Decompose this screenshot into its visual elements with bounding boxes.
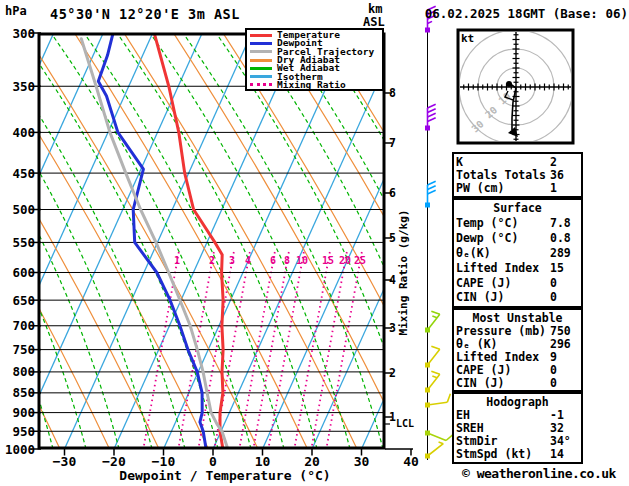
wind-barb-feather — [428, 104, 436, 108]
mixing-ratio-label: 3 — [229, 255, 235, 266]
legend-swatch-temperature — [250, 34, 272, 37]
panel-row-label: Lifted Index — [456, 351, 550, 363]
mixing-ratio-label: 6 — [270, 255, 276, 266]
wind-barb — [425, 394, 450, 408]
pressure-tick-label: 1000 — [5, 442, 35, 457]
wind-barb-feather — [428, 118, 436, 122]
legend-item-label: Mixing Ratio — [277, 81, 346, 89]
mixing-ratio-label: 1 — [174, 255, 180, 266]
km-tick-label: 3 — [389, 321, 396, 335]
panel-row: K2 — [456, 156, 579, 168]
panel-row: PW (cm)1 — [456, 182, 579, 194]
panel-row-label: StmDir — [456, 435, 550, 447]
panel-row: θₑ (K)296 — [456, 338, 579, 350]
km-tick-label: 2 — [389, 366, 396, 380]
pressure-tick-label: 750 — [12, 342, 35, 357]
isotherm-line — [15, 33, 202, 449]
panel-row-value: 750 — [550, 325, 571, 337]
wind-barb-feather — [447, 394, 450, 402]
km-tick-label: 4 — [389, 273, 396, 287]
x-tick-label: −10 — [152, 454, 176, 469]
wet-adiabat-line — [117, 33, 317, 449]
x-tick-label: 0 — [209, 454, 217, 469]
mixing-ratio-label: 2 — [209, 255, 215, 266]
legend: TemperatureDewpointParcel TrajectoryDry … — [245, 28, 384, 91]
pressure-tick-label: 550 — [12, 235, 35, 250]
pressure-tick-label: 300 — [12, 26, 35, 41]
panel-row: CAPE (J)0 — [456, 277, 579, 289]
pressure-tick-label: 400 — [12, 125, 35, 140]
wind-barb — [425, 431, 453, 441]
panel-row-value: 0 — [550, 377, 557, 389]
panel-row-value: 15 — [550, 262, 564, 274]
wind-barb-feather — [431, 311, 439, 314]
panel-row: Lifted Index15 — [456, 262, 579, 274]
wind-barb — [425, 181, 436, 207]
panel-row: CIN (J)0 — [456, 291, 579, 303]
pressure-tick-label: 900 — [12, 405, 35, 420]
pressure-tick-label: 500 — [12, 202, 35, 217]
isotherm-line — [263, 33, 450, 449]
panel-row: θₑ(K)289 — [456, 247, 579, 259]
x-tick-label: 10 — [255, 454, 271, 469]
wind-barb — [425, 104, 436, 130]
panel-row: Pressure (mb)750 — [456, 325, 579, 337]
wind-barb-feather — [428, 190, 436, 194]
wind-barb-feather — [428, 113, 436, 117]
panel-row-value: 1 — [550, 182, 557, 194]
panel-row-value: 0.8 — [550, 232, 571, 244]
mixing-ratio-label: 10 — [296, 255, 308, 266]
wind-barb-half-feather — [432, 316, 437, 318]
pressure-tick-label: 350 — [12, 79, 35, 94]
wind-barb-feather — [428, 186, 436, 190]
panel-row-label: Pressure (mb) — [456, 325, 550, 337]
lcl-marker-label: LCL — [396, 418, 414, 429]
pressure-axis-unit: hPa — [5, 4, 27, 18]
x-tick-label: −30 — [53, 454, 77, 469]
panel-row-label: StmSpd (kt) — [456, 448, 550, 460]
panel-row: CIN (J)0 — [456, 377, 579, 389]
credit-watermark: © weatheronline.co.uk — [450, 466, 628, 481]
panel-row-value: 0 — [550, 364, 557, 376]
legend-swatch-dry-adiabat — [250, 59, 272, 62]
plot-border — [39, 34, 384, 448]
panel-row-label: θₑ(K) — [456, 247, 550, 259]
wet-adiabat-line — [216, 33, 416, 449]
mixing-ratio-label: 20 — [339, 255, 351, 266]
km-tick-label: 7 — [389, 136, 396, 150]
panel-row: StmSpd (kt)14 — [456, 448, 579, 460]
panel-row: EH-1 — [456, 409, 579, 421]
panel-row: CAPE (J)0 — [456, 364, 579, 376]
mixing-ratio-label: 15 — [322, 255, 334, 266]
panel-row-label: EH — [456, 409, 550, 421]
panel-row: Dewp (°C)0.8 — [456, 232, 579, 244]
x-tick-label: 20 — [304, 454, 320, 469]
isotherm-line — [0, 33, 4, 449]
hodograph-unit-label: kt — [461, 32, 474, 45]
legend-item: Mixing Ratio — [250, 81, 382, 89]
x-axis-title: Dewpoint / Temperature (°C) — [60, 468, 390, 483]
valid-datetime: 06.02.2025 18GMT (Base: 06) — [402, 6, 628, 21]
altitude-axis-unit-asl: ASL — [363, 15, 385, 29]
panel-row-value: 289 — [550, 247, 571, 259]
panel-row-value: -1 — [550, 409, 564, 421]
wind-barb-staff — [428, 433, 447, 440]
panel-row-value: 36 — [550, 169, 564, 181]
panel-row-value: 2 — [550, 156, 557, 168]
legend-swatch-isotherm — [250, 75, 272, 78]
wind-barb-feather — [431, 371, 439, 374]
legend-swatch-wet-adiabat — [250, 67, 272, 70]
isotherm-line — [164, 33, 351, 449]
panel-row-value: 14 — [550, 448, 564, 460]
km-tick-label: 6 — [389, 186, 396, 200]
mixing-ratio-label: 4 — [245, 255, 251, 266]
panel-row-value: 7.8 — [550, 217, 571, 229]
panel-row-label: CIN (J) — [456, 377, 550, 389]
panel-row: SREH32 — [456, 422, 579, 434]
wind-barb-half-feather — [439, 442, 444, 444]
mixing-ratio-label: 25 — [354, 255, 366, 266]
km-tick-label: 8 — [389, 86, 396, 100]
panel-row-label: Temp (°C) — [456, 217, 550, 229]
panel-row-label: CIN (J) — [456, 291, 550, 303]
wind-barb-staff — [428, 444, 444, 456]
